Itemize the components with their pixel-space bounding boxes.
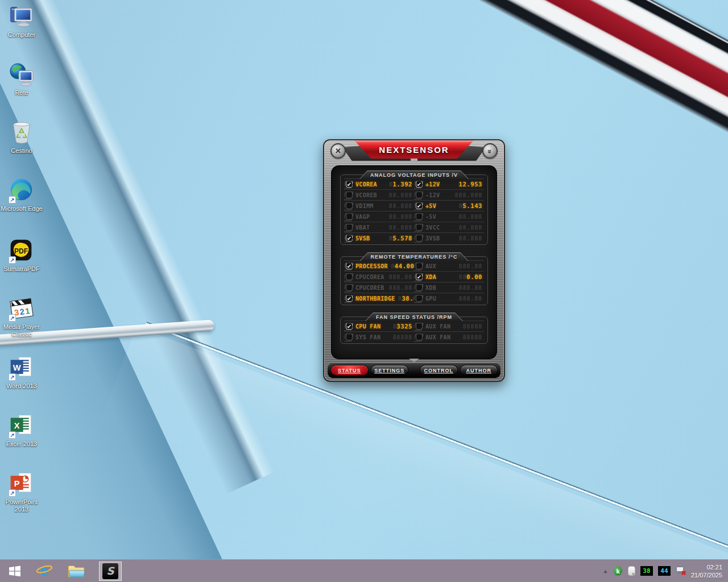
sensor-gpu: GPU 888.88 xyxy=(414,293,484,304)
tab-status[interactable]: STATUS xyxy=(330,365,369,376)
sensor-label: PROCESSOR xyxy=(355,263,388,269)
tray-temp-badge-green[interactable]: 38 xyxy=(640,566,653,576)
sensor-label: CPUCOREB xyxy=(355,285,384,291)
cpu-fan-checkbox[interactable] xyxy=(346,323,353,330)
threevsb-checkbox[interactable] xyxy=(416,235,423,242)
shortcut-arrow-icon: ↗ xyxy=(9,431,16,439)
sensor-minus12v: -12V 888.888 xyxy=(414,190,484,200)
desktop-icon-sumatrapdf[interactable]: PDF ↗ SumatraPDF xyxy=(0,238,43,273)
desktop-icon-label: Microsoft Edge xyxy=(1,205,42,213)
sensor-label: VAGP xyxy=(355,214,370,220)
sensor-label: AUX xyxy=(425,263,436,269)
aux-fan-2-checkbox[interactable] xyxy=(416,334,423,340)
group-title: ANALOG VOLTAGE INPUTS /V xyxy=(360,171,468,179)
nextsensor-taskbar-button[interactable]: S xyxy=(93,560,127,582)
desktop-icon-excel-2013[interactable]: X ↗ Excel 2013 xyxy=(0,413,43,448)
voltage-row-4: VAGP 88.888 -5V 88.888 xyxy=(344,211,484,222)
plus5v-checkbox[interactable] xyxy=(416,202,423,209)
cpucoreb-checkbox[interactable] xyxy=(346,284,353,291)
desktop-icon-cestino[interactable]: Cestino xyxy=(0,119,43,155)
aux-fan-1-checkbox[interactable] xyxy=(416,323,423,330)
sensor-label: CPUCOREA xyxy=(355,274,384,280)
sensor-label: NORTHBRIDGE xyxy=(355,296,395,302)
sensor-label: GPU xyxy=(425,296,436,302)
tray-temp-badge-cyan[interactable]: 44 xyxy=(658,566,671,576)
svg-text:P: P xyxy=(14,479,20,488)
desktop-icon-word-2013[interactable]: W ↗ Word 2013 xyxy=(0,355,43,390)
processor-checkbox[interactable] xyxy=(346,263,353,269)
minus5v-checkbox[interactable] xyxy=(416,213,423,220)
desktop-icon-computer[interactable]: Computer xyxy=(0,3,43,39)
sensor-cpucoreb: CPUCOREB 888.88 xyxy=(344,282,414,293)
taskbar-clock[interactable]: 02:21 21/07/2025 xyxy=(691,563,722,579)
xdb-checkbox[interactable] xyxy=(416,284,423,291)
sensor-vcoreb: VCOREB 88.888 xyxy=(344,190,414,200)
desktop-wallpaper: Computer Rete xyxy=(0,0,728,559)
vcoreb-checkbox[interactable] xyxy=(346,192,353,198)
desktop-icon-microsoft-edge[interactable]: ↗ Microsoft Edge xyxy=(0,177,43,213)
title-plate: NEXTSENSOR xyxy=(354,140,474,159)
tab-control[interactable]: CONTROL xyxy=(420,365,458,376)
xda-checkbox[interactable] xyxy=(416,273,423,280)
shortcut-arrow-icon: ↗ xyxy=(9,196,16,203)
voltage-row-1: VCOREA 81.392 +12V 12.953 xyxy=(344,178,484,189)
sys-fan-checkbox[interactable] xyxy=(346,334,353,340)
desktop-icon-label: Cestino xyxy=(11,147,32,155)
temp-row-2: CPUCOREA 888.88 XDA 880.00 xyxy=(344,271,484,282)
temp-row-4: NORTHBRIDGE 838.00 GPU 888.88 xyxy=(344,293,484,304)
close-button[interactable]: ✕ xyxy=(330,143,346,159)
vcorea-checkbox[interactable] xyxy=(346,181,353,188)
tray-device-icon[interactable] xyxy=(628,566,635,576)
nextsensor-widget: ✕ NEXTSENSOR » ANALOG VOLTAGE INPUTS /V … xyxy=(323,139,505,382)
start-button[interactable] xyxy=(0,560,30,582)
vbat-checkbox[interactable] xyxy=(346,224,353,231)
desktop-icon-powerpoint-2013[interactable]: P ↗ PowerPoint 2013 xyxy=(0,471,43,513)
network-error-x: ✖ xyxy=(681,570,686,576)
plus12v-checkbox[interactable] xyxy=(416,181,423,188)
sensor-vagp: VAGP 88.888 xyxy=(344,211,414,222)
cpucorea-checkbox[interactable] xyxy=(346,273,353,280)
sensor-value: 844.00 xyxy=(391,263,414,269)
file-explorer-button[interactable] xyxy=(59,560,93,582)
sensor-value: 85.143 xyxy=(458,202,482,209)
sensor-label: -5V xyxy=(425,214,436,220)
sensor-value: 838.00 xyxy=(398,295,414,302)
sensor-cpucorea: CPUCOREA 888.88 xyxy=(344,272,414,282)
sensor-value: 88.888 xyxy=(458,213,482,220)
tray-hexagon-k-icon[interactable]: k xyxy=(613,566,623,576)
minimize-button[interactable]: » xyxy=(482,143,498,159)
sensor-vbat: VBAT 88.888 xyxy=(344,222,414,232)
sensor-aux-temp: AUX 888.88 xyxy=(414,261,484,271)
aux-temp-checkbox[interactable] xyxy=(416,263,423,269)
threevcc-checkbox[interactable] xyxy=(416,224,423,231)
sensor-plus12v: +12V 12.953 xyxy=(414,179,484,189)
northbridge-checkbox[interactable] xyxy=(346,295,353,302)
desktop-icon-label: PowerPoint 2013 xyxy=(0,498,43,513)
tab-author[interactable]: AUTHOR xyxy=(460,365,498,376)
sensor-value: 88888 xyxy=(392,334,412,340)
system-tray: ▲ k 38 44 ✖ 02:21 21/07/2025 xyxy=(603,563,728,579)
svg-text:W: W xyxy=(13,363,21,372)
vdimm-checkbox[interactable] xyxy=(346,202,353,209)
sensor-plus5v: +5V 85.143 xyxy=(414,201,484,211)
desktop-icon-label: Rete xyxy=(15,89,28,97)
sensor-value: 88888 xyxy=(462,323,482,330)
gpu-checkbox[interactable] xyxy=(416,295,423,302)
tab-settings[interactable]: SETTINGS xyxy=(371,365,409,376)
sensor-label: 3VSB xyxy=(425,235,440,242)
sensor-label: 5VSB xyxy=(355,235,370,242)
sensor-value: 83325 xyxy=(392,323,412,330)
desktop-icon-media-player-classic[interactable]: 3 2 1 ↗ Media Player Classic xyxy=(0,296,43,338)
sensor-processor: PROCESSOR 844.00 xyxy=(344,261,414,271)
sensor-xdb: XDB 888.88 xyxy=(414,282,484,293)
show-hidden-icons-chevron[interactable]: ▲ xyxy=(603,568,608,574)
fivevsb-checkbox[interactable] xyxy=(346,235,353,242)
vagp-checkbox[interactable] xyxy=(346,213,353,220)
network-disconnected-icon[interactable]: ✖ xyxy=(676,566,686,576)
desktop-icon-rete[interactable]: Rete xyxy=(0,61,43,97)
minus12v-checkbox[interactable] xyxy=(416,192,423,198)
voltage-row-3: VDIMM 88.888 +5V 85.143 xyxy=(344,200,484,211)
sensor-vdimm: VDIMM 88.888 xyxy=(344,201,414,211)
internet-explorer-button[interactable]: e xyxy=(30,560,59,582)
clock-time: 02:21 xyxy=(691,563,722,571)
